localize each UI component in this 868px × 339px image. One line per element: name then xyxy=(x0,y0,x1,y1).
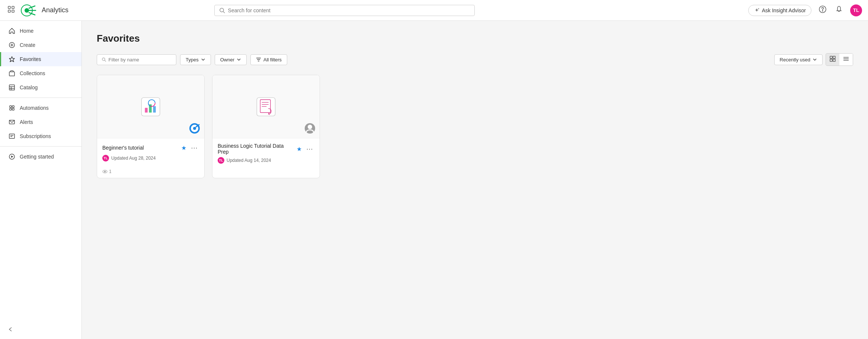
search-input[interactable] xyxy=(228,7,470,13)
svg-rect-55 xyxy=(257,97,275,116)
sidebar-item-collections[interactable]: Collections xyxy=(0,66,81,80)
chevron-down-icon-2 xyxy=(237,57,241,62)
page-title: Favorites xyxy=(97,33,853,44)
card-more-2[interactable]: ⋯ xyxy=(305,144,314,154)
sidebar-label-getting-started: Getting started xyxy=(20,154,54,160)
search-bar[interactable] xyxy=(214,5,475,16)
chevron-down-icon xyxy=(201,57,205,62)
svg-line-10 xyxy=(223,12,225,13)
list-view-button[interactable] xyxy=(839,54,853,65)
notifications-button[interactable] xyxy=(834,4,844,16)
card-name-2: Business Logic Tutorial Data Prep xyxy=(218,143,294,155)
sidebar-label-favorites: Favorites xyxy=(20,56,41,62)
card-row-2: Business Logic Tutorial Data Prep ★ ⋯ xyxy=(218,143,314,155)
svg-point-5 xyxy=(25,8,29,13)
svg-point-54 xyxy=(104,171,106,172)
svg-point-32 xyxy=(102,58,105,60)
views-count: 1 xyxy=(109,169,112,174)
card-beginners-tutorial[interactable]: Beginner's tutorial ★ ⋯ TL Updated Aug 2… xyxy=(97,75,205,178)
all-filters-label: All filters xyxy=(263,57,282,63)
help-button[interactable] xyxy=(817,4,828,16)
sidebar-item-automations[interactable]: Automations xyxy=(0,101,81,115)
svg-point-60 xyxy=(308,125,312,129)
app-layout: Home Create Favorites Collections xyxy=(0,0,868,339)
home-icon xyxy=(9,28,15,34)
types-label: Types xyxy=(186,57,199,63)
sidebar-bottom xyxy=(0,323,81,336)
svg-rect-0 xyxy=(8,6,10,9)
sidebar-item-subscriptions[interactable]: Subscriptions xyxy=(0,129,81,143)
sidebar-label-create: Create xyxy=(20,42,35,48)
grid-menu-button[interactable] xyxy=(6,4,16,16)
views-row: 1 xyxy=(97,169,204,178)
sidebar-item-create[interactable]: Create xyxy=(0,38,81,52)
card-avatar-2: TL xyxy=(218,157,224,164)
svg-rect-39 xyxy=(830,59,832,61)
sort-dropdown[interactable]: Recently used xyxy=(774,54,823,65)
sidebar: Home Create Favorites Collections xyxy=(0,21,82,339)
collections-icon xyxy=(9,70,15,77)
svg-rect-22 xyxy=(10,106,12,108)
svg-rect-17 xyxy=(9,72,15,76)
svg-rect-47 xyxy=(153,106,156,112)
svg-rect-37 xyxy=(830,56,832,58)
types-dropdown[interactable]: Types xyxy=(180,54,211,65)
card-name: Beginner's tutorial xyxy=(102,145,178,151)
app-name: Analytics xyxy=(42,6,68,14)
grid-view-button[interactable] xyxy=(826,54,839,65)
sidebar-item-home[interactable]: Home xyxy=(0,24,81,38)
alerts-icon xyxy=(9,119,15,125)
svg-rect-38 xyxy=(833,56,835,58)
nav-right-controls: Ask Insight Advisor TL xyxy=(748,4,862,16)
card-business-logic[interactable]: Business Logic Tutorial Data Prep ★ ⋯ TL… xyxy=(212,75,320,178)
favorite-star-1[interactable]: ★ xyxy=(181,144,186,151)
views-icon xyxy=(102,169,108,174)
view-toggle xyxy=(826,53,853,66)
card-preview-2 xyxy=(212,75,320,138)
card-updated-1: Updated Aug 28, 2024 xyxy=(111,156,156,161)
all-filters-button[interactable]: All filters xyxy=(250,54,287,65)
sidebar-label-collections: Collections xyxy=(20,70,45,76)
svg-line-33 xyxy=(105,60,106,62)
create-icon xyxy=(9,42,15,48)
search-icon xyxy=(219,7,225,13)
svg-rect-2 xyxy=(8,10,10,12)
card-badge-1 xyxy=(189,123,200,134)
sidebar-label-alerts: Alerts xyxy=(20,119,33,125)
automations-icon xyxy=(9,105,15,111)
favorite-star-2[interactable]: ★ xyxy=(297,145,302,153)
card-info: Beginner's tutorial ★ ⋯ TL Updated Aug 2… xyxy=(97,138,204,166)
logo[interactable]: Analytics xyxy=(21,4,68,16)
svg-rect-45 xyxy=(145,108,147,112)
avatar[interactable]: TL xyxy=(850,4,862,16)
filter-by-name-input[interactable] xyxy=(109,57,172,63)
subscriptions-icon xyxy=(9,133,15,140)
owner-label: Owner xyxy=(220,57,234,63)
filter-icon xyxy=(256,57,261,62)
app-icon xyxy=(139,95,163,119)
card-meta: TL Updated Aug 28, 2024 xyxy=(102,155,199,161)
svg-marker-16 xyxy=(9,57,15,62)
filter-input[interactable] xyxy=(97,54,176,65)
svg-rect-1 xyxy=(12,6,14,9)
catalog-icon xyxy=(9,84,15,91)
svg-marker-31 xyxy=(11,156,13,158)
sort-label: Recently used xyxy=(780,57,810,63)
insight-label: Ask Insight Advisor xyxy=(762,7,806,13)
filter-search-icon xyxy=(102,57,106,62)
chevron-down-icon-3 xyxy=(813,57,817,62)
ask-insight-advisor-button[interactable]: Ask Insight Advisor xyxy=(748,5,811,16)
svg-rect-3 xyxy=(12,10,14,12)
svg-rect-23 xyxy=(12,106,14,108)
sidebar-collapse-button[interactable] xyxy=(0,323,81,336)
sidebar-item-catalog[interactable]: Catalog xyxy=(0,80,81,95)
sidebar-item-favorites[interactable]: Favorites xyxy=(0,52,81,66)
svg-rect-18 xyxy=(9,85,15,90)
card-row: Beginner's tutorial ★ ⋯ xyxy=(102,143,199,153)
sidebar-divider xyxy=(0,97,81,98)
card-more-1[interactable]: ⋯ xyxy=(189,143,199,153)
owner-dropdown[interactable]: Owner xyxy=(215,54,247,65)
sidebar-item-getting-started[interactable]: Getting started xyxy=(0,150,81,164)
top-nav: Analytics Ask Insight Advisor xyxy=(0,0,868,21)
sidebar-item-alerts[interactable]: Alerts xyxy=(0,115,81,129)
